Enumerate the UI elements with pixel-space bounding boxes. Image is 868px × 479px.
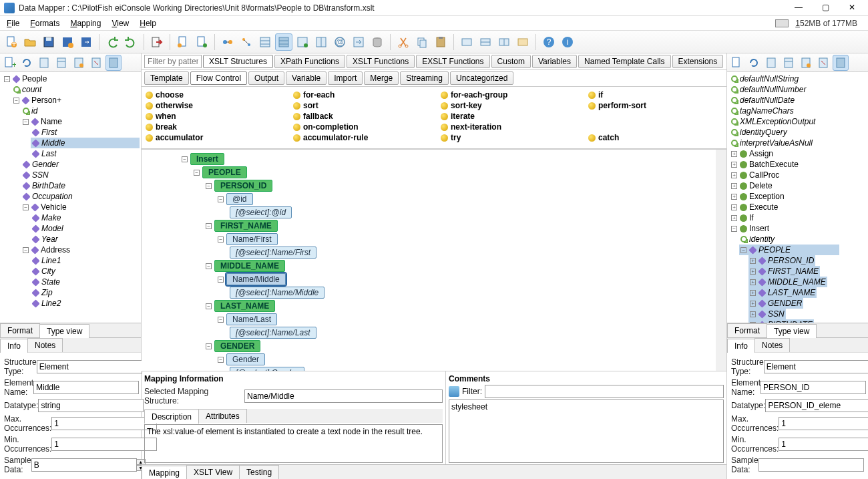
tree-node-Model[interactable]: Model — [31, 223, 140, 234]
exit-icon[interactable] — [148, 33, 166, 51]
palette-iterate[interactable]: iterate — [441, 111, 575, 122]
palette-perform-sort[interactable]: perform-sort — [588, 100, 722, 111]
tgt-defaultNullDate[interactable]: defaultNullDate — [730, 95, 796, 106]
palette-if[interactable]: if — [588, 90, 722, 100]
tree-node-Occupation[interactable]: Occupation — [21, 191, 140, 202]
tgt-add-icon[interactable] — [728, 55, 744, 71]
left-sample[interactable] — [31, 458, 137, 472]
right-structtype[interactable] — [764, 360, 868, 373]
tgt-defaultNullString[interactable]: defaultNullString — [730, 73, 800, 84]
left-dtype[interactable] — [38, 399, 144, 412]
menu-view[interactable]: View — [107, 17, 133, 29]
tgt-refresh-icon[interactable] — [746, 55, 762, 71]
tgt-interpretValueAsNull[interactable]: interpretValueAsNull — [730, 138, 814, 148]
tgt-Delete[interactable]: +Delete — [730, 180, 774, 191]
subtab-variable[interactable]: Variable — [286, 71, 327, 85]
src-p4-icon[interactable] — [88, 55, 104, 71]
maximize-icon[interactable]: ▢ — [817, 3, 833, 13]
undo-icon[interactable] — [103, 33, 121, 51]
tgt-PERSON_ID[interactable]: +PERSON_ID — [748, 255, 815, 266]
map-Gender[interactable]: Gender — [226, 353, 265, 365]
tgt-MIDDLE_NAME[interactable]: +MIDDLE_NAME — [748, 277, 827, 287]
link1-icon[interactable] — [219, 33, 236, 51]
tab-custom[interactable]: Custom — [491, 55, 531, 68]
t4-icon[interactable] — [514, 33, 531, 51]
tab-extensions[interactable]: Extensions — [672, 55, 724, 68]
tgt-SSN[interactable]: +SSN — [748, 309, 786, 319]
tgt-identity[interactable]: identity — [739, 234, 776, 245]
right-elname[interactable] — [761, 381, 866, 394]
saveas-icon[interactable] — [59, 33, 76, 51]
paste-icon[interactable] — [432, 33, 449, 51]
tree-node-People[interactable]: −People — [3, 73, 140, 84]
tree-node-City[interactable]: City — [31, 266, 140, 277]
copy-icon[interactable] — [413, 33, 431, 51]
map-PERSON_ID[interactable]: PERSON_ID — [214, 180, 272, 192]
tab-info-left[interactable]: Info — [0, 339, 28, 353]
tree-node-Zip[interactable]: Zip — [31, 287, 140, 298]
tree-node-State[interactable]: State — [31, 277, 140, 287]
doc2-icon[interactable] — [193, 33, 210, 51]
map-MIDDLE_NAME[interactable]: MIDDLE_NAME — [214, 260, 285, 272]
palette-choose[interactable]: choose — [146, 90, 280, 100]
tab-notes-left[interactable]: Notes — [27, 338, 63, 352]
tgt-p4-icon[interactable] — [815, 55, 831, 71]
grid5-icon[interactable] — [350, 33, 367, 51]
right-min[interactable] — [779, 438, 868, 451]
link2-icon[interactable] — [238, 33, 255, 51]
t2-icon[interactable] — [477, 33, 494, 51]
palette-sort[interactable]: sort — [293, 100, 427, 111]
tgt-FIRST_NAME[interactable]: +FIRST_NAME — [748, 266, 820, 277]
tgt-CallProc[interactable]: +CallProc — [730, 170, 781, 180]
map--id[interactable]: @id — [226, 193, 253, 205]
map-Name-Middle[interactable]: Name/Middle — [226, 273, 286, 285]
map-Name-First[interactable]: Name/First — [226, 233, 278, 245]
selmap-value[interactable] — [244, 389, 443, 403]
target-tree[interactable]: defaultNullStringdefaultNullNumberdefaul… — [727, 72, 868, 323]
tgt-BatchExecute[interactable]: +BatchExecute — [730, 159, 800, 170]
grid1-icon[interactable] — [256, 33, 274, 51]
tgt-GENDER[interactable]: +GENDER — [748, 298, 803, 309]
grid3-icon[interactable] — [294, 33, 311, 51]
src-p2-icon[interactable] — [53, 55, 69, 71]
palette-catch[interactable]: catch — [588, 132, 722, 143]
tree-node-First[interactable]: First — [31, 127, 140, 138]
tgt-XMLExceptionOutput[interactable]: XMLExceptionOutput — [730, 116, 817, 127]
src-add-icon[interactable]: + — [1, 55, 17, 71]
tgt-tagNameChars[interactable]: tagNameChars — [730, 106, 795, 116]
palette-try[interactable]: try — [441, 132, 575, 143]
right-max[interactable] — [779, 417, 868, 430]
tgt-Execute[interactable]: +Execute — [730, 202, 779, 212]
left-structtype[interactable] — [37, 360, 142, 373]
palette-accumulator[interactable]: accumulator — [146, 132, 280, 143]
comments-list[interactable]: stylesheet — [449, 400, 724, 463]
tree-node-Line1[interactable]: Line1 — [31, 255, 140, 266]
comments-filter[interactable] — [485, 385, 724, 398]
grid2-icon[interactable] — [275, 33, 292, 51]
tree-node-count[interactable]: count — [12, 84, 140, 95]
tree-node-SSN[interactable]: SSN — [21, 170, 140, 180]
tab-attributes[interactable]: Attributes — [198, 409, 247, 423]
subtab-streaming[interactable]: Streaming — [400, 71, 449, 85]
redo-icon[interactable] — [122, 33, 140, 51]
tab-xslt-structures[interactable]: XSLT Structures — [203, 55, 273, 68]
t3-icon[interactable] — [495, 33, 513, 51]
palette-next-iteration[interactable]: next-iteration — [441, 122, 575, 132]
tab-format-right[interactable]: Format — [727, 323, 767, 337]
tgt-p3-icon[interactable] — [798, 55, 814, 71]
map-Name-Last[interactable]: Name/Last — [226, 313, 277, 325]
tab-typeview-left[interactable]: Type view — [39, 324, 89, 338]
tgt-p1-icon[interactable] — [763, 55, 779, 71]
palette-fallback[interactable]: fallback — [293, 111, 427, 122]
map-GENDER[interactable]: GENDER — [214, 340, 260, 352]
mapping-canvas[interactable]: −Insert−PEOPLE−PERSON_ID−@id[@select]:@i… — [142, 149, 726, 371]
filter-input[interactable] — [144, 55, 202, 68]
right-dtype[interactable] — [765, 399, 868, 412]
tree-node-Last[interactable]: Last — [31, 148, 140, 159]
grid4-icon[interactable] — [312, 33, 330, 51]
tab-info-right[interactable]: Info — [727, 339, 755, 353]
palette-break[interactable]: break — [146, 122, 280, 132]
new-icon[interactable]: + — [3, 33, 20, 51]
cut-icon[interactable] — [395, 33, 412, 51]
map---select--Gender[interactable]: [@select]:Gender — [230, 367, 304, 371]
